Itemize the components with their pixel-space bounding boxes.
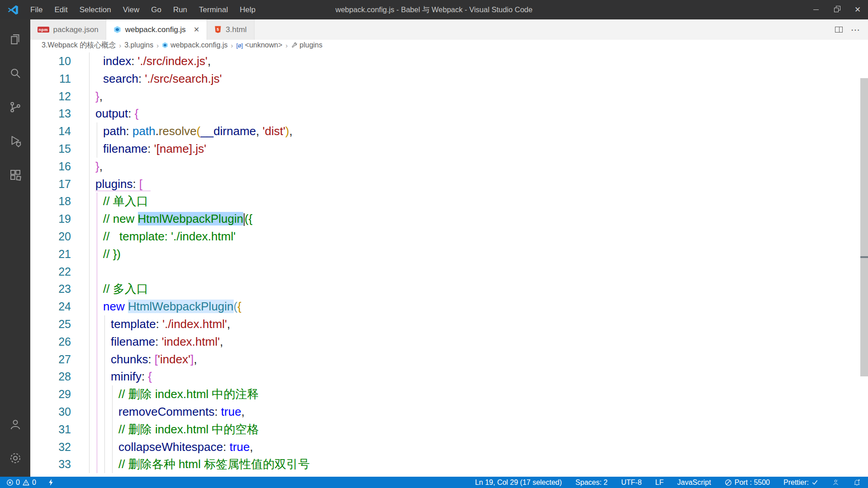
line-number[interactable]: 31: [30, 421, 71, 438]
encoding-setting[interactable]: UTF-8: [621, 479, 642, 487]
code-line[interactable]: },: [88, 158, 858, 175]
code-line[interactable]: // 多入口: [88, 280, 858, 298]
close-button[interactable]: ✕: [847, 0, 868, 19]
webpack-icon: [113, 26, 121, 33]
code-line[interactable]: },: [88, 88, 858, 105]
menubar: FileEditSelectionViewGoRunTerminalHelp: [25, 4, 260, 16]
line-number[interactable]: 19: [30, 210, 71, 228]
tab-webpack-config-js[interactable]: webpack.config.js ✕: [106, 19, 208, 40]
line-number[interactable]: 18: [30, 192, 71, 210]
code-line[interactable]: // 单入口: [88, 192, 858, 210]
line-number[interactable]: 11: [30, 70, 71, 88]
code-area: index: './src/index.js',search: './src/s…: [88, 52, 858, 473]
line-number[interactable]: 20: [30, 228, 71, 245]
minimize-button[interactable]: [806, 0, 826, 19]
code-line[interactable]: removeComments: true,: [88, 403, 858, 421]
line-number[interactable]: 21: [30, 245, 71, 263]
menu-file[interactable]: File: [25, 4, 47, 16]
code-line[interactable]: minify: {: [88, 368, 858, 385]
source-control-icon[interactable]: [0, 93, 30, 121]
status-bar: 0 0 Ln 19, Col 29 (17 selected) Spaces: …: [0, 477, 868, 488]
line-number[interactable]: 26: [30, 333, 71, 351]
line-number[interactable]: 29: [30, 385, 71, 403]
bell-icon: [853, 479, 861, 486]
feedback-icon: [832, 479, 840, 486]
code-line[interactable]: path: path.resolve(__dirname, 'dist'),: [88, 122, 858, 140]
code-line[interactable]: // 删除 index.html 中的空格: [88, 421, 858, 438]
line-number[interactable]: 16: [30, 158, 71, 175]
menu-go[interactable]: Go: [146, 4, 166, 16]
breadcrumb-item-folder[interactable]: 3.Webpack 的核心概念: [42, 41, 116, 50]
cursor-position[interactable]: Ln 19, Col 29 (17 selected): [475, 479, 562, 487]
account-icon[interactable]: [0, 410, 30, 438]
chevron-right-icon: ›: [156, 42, 159, 49]
tab-package-json[interactable]: npm package.json: [30, 19, 106, 40]
line-number[interactable]: 25: [30, 315, 71, 333]
code-line[interactable]: index: './src/index.js',: [88, 52, 858, 70]
code-line[interactable]: collapseWhitespace: true,: [88, 438, 858, 456]
line-number[interactable]: 32: [30, 438, 71, 456]
problems-indicator[interactable]: 0 0: [6, 479, 36, 487]
menu-run[interactable]: Run: [168, 4, 192, 16]
feedback-indicator[interactable]: [832, 479, 840, 486]
code-line[interactable]: // new HtmlWebpackPlugin({: [88, 210, 858, 228]
breadcrumb: 3.Webpack 的核心概念 › 3.plugins › webpack.co…: [30, 40, 868, 51]
menu-edit[interactable]: Edit: [49, 4, 72, 16]
prettier-status[interactable]: Prettier:: [783, 479, 818, 487]
menu-terminal[interactable]: Terminal: [194, 4, 233, 16]
search-icon[interactable]: [0, 59, 30, 87]
run-debug-icon[interactable]: [0, 127, 30, 155]
tab-label: 3.html: [226, 25, 246, 34]
split-editor-icon[interactable]: [835, 27, 843, 33]
code-line[interactable]: template: './index.html',: [88, 315, 858, 333]
tab-label: webpack.config.js: [125, 25, 186, 34]
menu-help[interactable]: Help: [235, 4, 260, 16]
menu-view[interactable]: View: [118, 4, 145, 16]
scrollbar-thumb[interactable]: [860, 78, 868, 376]
line-number[interactable]: 12: [30, 88, 71, 105]
code-line[interactable]: output: {: [88, 105, 858, 122]
code-line[interactable]: filename: '[name].js': [88, 140, 858, 158]
code-line[interactable]: // 删除各种 html 标签属性值的双引号: [88, 455, 858, 473]
indentation-setting[interactable]: Spaces: 2: [576, 479, 608, 487]
code-line[interactable]: // 删除 index.html 中的注释: [88, 385, 858, 403]
line-number[interactable]: 15: [30, 140, 71, 158]
live-server-port[interactable]: Port : 5500: [725, 479, 770, 487]
tab-3-html[interactable]: 5 3.html: [207, 19, 254, 40]
breadcrumb-item-plugins[interactable]: plugins: [291, 41, 323, 49]
line-number[interactable]: 33: [30, 455, 71, 473]
line-number[interactable]: 13: [30, 105, 71, 122]
code-line[interactable]: chunks: ['index'],: [88, 351, 858, 368]
code-line[interactable]: filename: 'index.html',: [88, 333, 858, 351]
code-line[interactable]: [88, 263, 858, 281]
code-line[interactable]: plugins: [: [88, 175, 858, 193]
line-number[interactable]: 17: [30, 175, 71, 193]
breadcrumb-item-folder[interactable]: 3.plugins: [124, 41, 153, 49]
code-line[interactable]: // template: './index.html': [88, 228, 858, 245]
settings-gear-icon[interactable]: [0, 444, 30, 472]
line-number[interactable]: 30: [30, 403, 71, 421]
eol-setting[interactable]: LF: [655, 479, 664, 487]
code-line[interactable]: // }): [88, 245, 858, 263]
line-number[interactable]: 27: [30, 351, 71, 368]
line-number[interactable]: 10: [30, 52, 71, 70]
code-line[interactable]: search: './src/search.js': [88, 70, 858, 88]
menu-selection[interactable]: Selection: [75, 4, 116, 16]
code-line[interactable]: new HtmlWebpackPlugin({: [88, 298, 858, 315]
line-number[interactable]: 22: [30, 263, 71, 281]
line-number[interactable]: 23: [30, 280, 71, 298]
restore-button[interactable]: [826, 0, 847, 19]
live-reload-indicator[interactable]: [48, 479, 54, 486]
line-number[interactable]: 14: [30, 122, 71, 140]
breadcrumb-item-file[interactable]: webpack.config.js: [162, 41, 227, 49]
bolt-icon: [48, 479, 54, 486]
line-number[interactable]: 24: [30, 298, 71, 315]
breadcrumb-item-symbol[interactable]: [ø] <unknown>: [236, 41, 283, 49]
minimize-icon: [813, 9, 819, 10]
extensions-icon[interactable]: [0, 161, 30, 189]
explorer-icon[interactable]: [0, 25, 30, 53]
notifications-indicator[interactable]: [853, 479, 861, 486]
tab-close-icon[interactable]: ✕: [193, 25, 199, 34]
line-number[interactable]: 28: [30, 368, 71, 385]
language-mode[interactable]: JavaScript: [677, 479, 711, 487]
